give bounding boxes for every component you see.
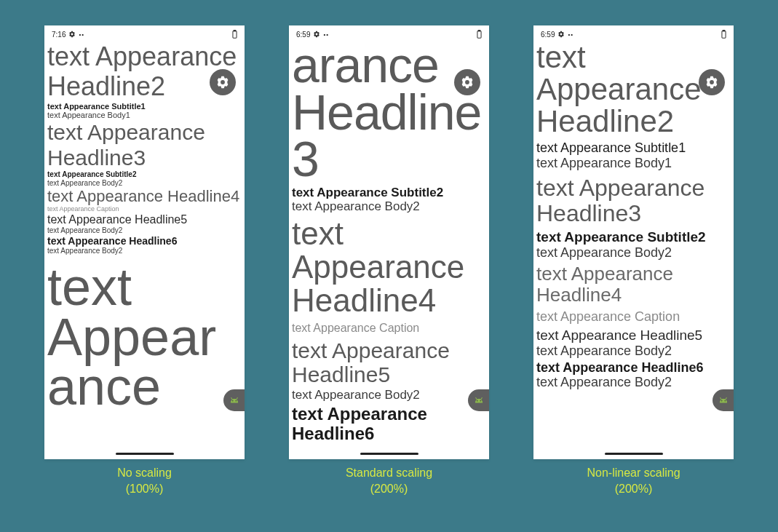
svg-rect-1 (234, 30, 236, 31)
svg-point-10 (721, 400, 723, 402)
debug-tab[interactable] (468, 389, 489, 411)
text-headline4: text Appearance Headline4 (47, 187, 242, 205)
text-subtitle1: text Appearance Subtitle1 (536, 140, 731, 156)
text-subtitle2: text Appearance Subtitle2 (47, 170, 242, 179)
status-bar: 6:59 •• (533, 25, 734, 40)
text-subtitle2: text Appearance Subtitle2 (292, 186, 486, 200)
svg-rect-4 (477, 31, 481, 38)
text-body1: text Appearance Body1 (47, 111, 242, 120)
gear-icon (68, 31, 76, 38)
text-headline3: arance Headline3 (292, 41, 486, 183)
more-icon: •• (79, 31, 84, 38)
more-icon: •• (568, 31, 573, 38)
svg-rect-8 (722, 31, 726, 38)
text-body2: text Appearance Body2 (536, 245, 731, 261)
text-body2: text Appearance Body2 (536, 375, 731, 390)
text-subtitle2: text Appearance Subtitle2 (536, 229, 731, 245)
nav-handle[interactable] (360, 453, 418, 455)
debug-tab[interactable] (223, 389, 245, 411)
text-headline1: text Appearance (47, 262, 242, 411)
svg-point-6 (477, 400, 478, 402)
gear-icon (557, 31, 565, 38)
android-icon (228, 395, 241, 405)
svg-rect-0 (233, 31, 237, 38)
text-headline6: text Appearance Headline6 (47, 235, 242, 247)
battery-icon (232, 30, 237, 39)
phone-screen: 6:59 •• text Appearance Headline2 text A… (533, 25, 734, 459)
svg-point-11 (725, 400, 726, 402)
status-bar: 7:16 •• (44, 25, 245, 40)
text-headline5: text Appearance Headline5 (47, 213, 242, 226)
text-caption: text Appearance Caption (292, 322, 486, 335)
screen-caption: No scaling (100%) (117, 465, 172, 498)
svg-point-2 (232, 400, 234, 402)
gear-icon (215, 75, 230, 90)
text-headline3: text Appearance Headline3 (47, 120, 242, 170)
status-left: 6:59 •• (541, 31, 573, 39)
status-right (232, 30, 237, 39)
text-headline4: text Appearance Headline4 (536, 263, 731, 307)
content-area: text Appearance Headline2 text Appearanc… (44, 40, 245, 413)
text-subtitle1: text Appearance Subtitle1 (47, 102, 242, 111)
screen-caption: Standard scaling (200%) (346, 465, 432, 498)
svg-point-7 (480, 400, 482, 402)
text-body2: text Appearance Body2 (47, 179, 242, 188)
android-icon (472, 395, 485, 405)
screen-nonlinear-scaling: 6:59 •• text Appearance Headline2 text A… (533, 25, 734, 498)
content-area: arance Headline3 text Appearance Subtitl… (289, 40, 489, 445)
text-body1: text Appearance Body1 (536, 156, 731, 171)
status-right (477, 30, 482, 39)
status-right (721, 30, 726, 39)
nav-handle[interactable] (116, 453, 174, 455)
screen-caption: Non-linear scaling (200%) (587, 465, 680, 498)
debug-tab[interactable] (712, 389, 734, 411)
text-headline5: text Appearance Headline5 (292, 338, 486, 386)
text-caption: text Appearance Caption (536, 309, 731, 325)
caption-line1: No scaling (117, 465, 172, 481)
text-headline2: text Appearance Headline2 (47, 41, 242, 102)
text-headline6: text Appearance Headline6 (292, 405, 486, 443)
status-time: 7:16 (52, 31, 66, 39)
caption-line1: Non-linear scaling (587, 465, 680, 481)
phone-screen: 6:59 •• arance Headline3 text Appearance… (289, 25, 489, 459)
text-body2: text Appearance Body2 (47, 226, 242, 235)
text-headline4: text Appearance Headline4 (292, 217, 486, 318)
caption-line2: (200%) (587, 481, 680, 497)
status-left: 7:16 •• (52, 31, 84, 39)
caption-line1: Standard scaling (346, 465, 432, 481)
status-time: 6:59 (541, 31, 555, 39)
text-body2: text Appearance Body2 (536, 344, 731, 359)
gear-icon (704, 75, 719, 90)
settings-fab[interactable] (210, 69, 236, 95)
svg-point-3 (236, 400, 237, 402)
battery-icon (721, 30, 726, 39)
screen-standard-scaling: 6:59 •• arance Headline3 text Appearance… (289, 25, 489, 498)
settings-fab[interactable] (454, 69, 480, 95)
text-body2: text Appearance Body2 (47, 247, 242, 255)
caption-line2: (100%) (117, 481, 172, 497)
android-icon (717, 395, 730, 405)
battery-icon (477, 30, 482, 39)
gear-icon (460, 75, 475, 90)
svg-rect-5 (478, 30, 480, 31)
screen-no-scaling: 7:16 •• text Appearance Headline2 text A… (44, 25, 245, 498)
text-headline6: text Appearance Headline6 (536, 360, 731, 376)
text-body2: text Appearance Body2 (292, 199, 486, 214)
text-caption: text Appearance Caption (47, 205, 242, 213)
text-headline3: text Appearance Headline3 (536, 175, 731, 226)
svg-rect-9 (723, 30, 725, 31)
phone-screen: 7:16 •• text Appearance Headline2 text A… (44, 25, 245, 459)
text-body2: text Appearance Body2 (292, 388, 486, 402)
nav-handle[interactable] (605, 453, 663, 455)
settings-fab[interactable] (699, 69, 725, 95)
text-headline5: text Appearance Headline5 (536, 327, 731, 344)
caption-line2: (200%) (346, 481, 432, 497)
